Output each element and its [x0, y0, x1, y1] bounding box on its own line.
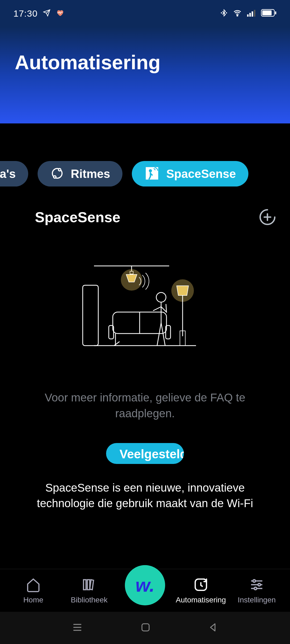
- description-text: SpaceSense is een nieuwe, innovatieve te…: [27, 480, 263, 512]
- nav-label: Bibliotheek: [71, 595, 108, 605]
- section-title: SpaceSense: [35, 209, 120, 225]
- cycle-icon: [50, 166, 64, 182]
- svg-rect-8: [262, 10, 272, 16]
- status-time: 17:30: [13, 8, 38, 19]
- svg-rect-9: [275, 11, 276, 14]
- content-area: ma's Ritmes SpaceSense SpaceSense: [0, 123, 290, 511]
- faq-button[interactable]: Veelgestelde vragen: [106, 443, 184, 464]
- nav-label: Home: [23, 595, 44, 605]
- battery-icon: [261, 9, 277, 18]
- svg-rect-43: [142, 624, 149, 631]
- page-title: Automatisering: [15, 51, 275, 74]
- home-icon: [25, 577, 41, 593]
- status-right: [220, 9, 277, 18]
- back-icon[interactable]: [208, 622, 219, 634]
- status-bar: 17:30: [0, 0, 290, 27]
- info-text: Voor meer informatie, gelieve de FAQ te …: [21, 390, 269, 422]
- svg-point-2: [237, 15, 238, 16]
- motion-icon: [144, 166, 160, 182]
- nav-home[interactable]: Home: [5, 569, 61, 612]
- system-nav: [0, 612, 290, 644]
- svg-point-0: [221, 13, 222, 13]
- recent-apps-icon[interactable]: [71, 621, 83, 634]
- pill-spacesense[interactable]: SpaceSense: [132, 161, 248, 186]
- svg-rect-13: [146, 167, 158, 179]
- svg-rect-31: [84, 580, 86, 590]
- svg-point-29: [156, 292, 166, 302]
- nav-library[interactable]: Bibliotheek: [61, 569, 117, 612]
- svg-rect-6: [254, 10, 255, 17]
- svg-point-11: [58, 169, 61, 171]
- svg-point-14: [149, 169, 152, 172]
- spacesense-illustration: [81, 261, 209, 352]
- nav-settings[interactable]: Instellingen: [229, 569, 285, 612]
- pill-ritmes[interactable]: Ritmes: [38, 161, 123, 186]
- section-header: SpaceSense: [0, 186, 290, 226]
- svg-rect-22: [83, 285, 98, 346]
- svg-rect-4: [249, 13, 251, 17]
- pill-label: ma's: [0, 167, 16, 181]
- wifi-icon: [233, 9, 242, 18]
- nav-label: Automatisering: [176, 595, 226, 605]
- pill-label: SpaceSense: [166, 167, 236, 181]
- pill-previous[interactable]: ma's: [0, 161, 28, 186]
- svg-point-39: [254, 587, 257, 590]
- nav-center-fab[interactable]: w.: [117, 569, 173, 612]
- clock-refresh-icon: [193, 577, 209, 593]
- svg-rect-5: [252, 11, 253, 17]
- svg-rect-3: [247, 14, 249, 17]
- svg-point-12: [53, 176, 56, 178]
- faq-button-label: Veelgestelde vragen: [119, 447, 184, 464]
- svg-point-35: [253, 580, 255, 582]
- page-header: Automatisering: [0, 27, 290, 123]
- nav-label: Instellingen: [238, 595, 276, 605]
- sliders-icon: [249, 577, 265, 593]
- pill-label: Ritmes: [71, 167, 110, 181]
- svg-line-28: [114, 342, 119, 346]
- wiz-logo-icon: w.: [125, 565, 165, 605]
- bluetooth-icon: [220, 9, 228, 18]
- status-left: 17:30: [13, 8, 64, 19]
- category-pills: ma's Ritmes SpaceSense: [0, 161, 290, 186]
- send-icon: [43, 9, 50, 18]
- heart-icon: [56, 9, 64, 18]
- bottom-nav: Home Bibliotheek w. Automatisering Inste…: [0, 569, 290, 612]
- add-button[interactable]: [258, 208, 277, 226]
- svg-point-37: [258, 583, 260, 586]
- home-system-icon[interactable]: [140, 622, 151, 634]
- books-icon: [81, 577, 97, 593]
- svg-point-1: [226, 13, 227, 13]
- nav-automation[interactable]: Automatisering: [173, 569, 229, 612]
- signal-icon: [247, 9, 256, 18]
